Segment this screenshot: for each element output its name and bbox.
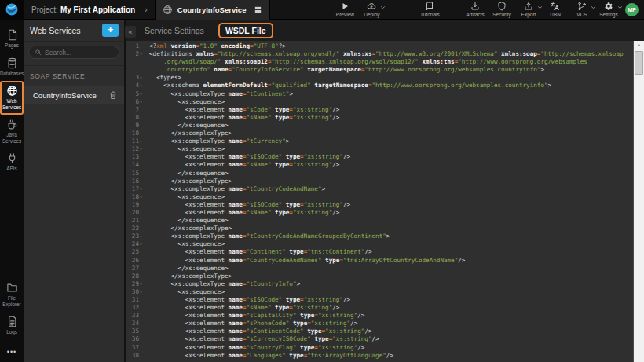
header-action-button[interactable]: Artifacts <box>462 2 488 17</box>
sidebar-item[interactable]: Java Services <box>0 115 24 148</box>
code-row[interactable]: 5- <xs:complexType name="tContinent"> <box>126 90 633 98</box>
code-row[interactable]: 16 </xs:complexType> <box>126 177 633 185</box>
code-row[interactable]: 31 <xs:element name="sISOCode" type="xs:… <box>126 296 633 304</box>
user-avatar[interactable]: MP <box>625 3 639 16</box>
line-number-gutter[interactable]: 35 <box>126 327 145 335</box>
more-options-icon[interactable]: ••• <box>7 340 16 362</box>
fold-marker[interactable]: - <box>139 232 143 240</box>
code-row[interactable]: 17- <xs:complexType name="tCountryCodeAn… <box>126 185 633 193</box>
line-number-gutter[interactable]: 16 <box>126 177 145 185</box>
sidebar-item[interactable]: Logs <box>0 312 24 340</box>
line-number-gutter[interactable]: 30- <box>126 288 145 296</box>
fold-marker[interactable]: - <box>139 137 143 145</box>
trash-icon[interactable] <box>108 90 118 100</box>
line-number-gutter[interactable]: 5- <box>126 90 145 98</box>
code-row[interactable]: 32 <xs:element name="sName" type="xs:str… <box>126 304 633 312</box>
code-row[interactable]: 6- <xs:sequence> <box>126 98 633 106</box>
panel-collapse-button[interactable]: « <box>125 26 136 38</box>
line-number-gutter[interactable]: 19 <box>126 201 145 209</box>
editor-scrollbar[interactable]: ▲ <box>633 41 644 362</box>
line-number-gutter[interactable]: 38 <box>126 352 145 360</box>
fold-marker[interactable]: - <box>139 288 143 296</box>
code-row[interactable]: 7 <xs:element name="sCode" type="xs:stri… <box>126 106 633 114</box>
code-row[interactable]: 33 <xs:element name="sCapitalCity" type=… <box>126 312 633 320</box>
line-number-gutter[interactable]: 37 <box>126 344 145 352</box>
wsdl-code-editor[interactable]: 1<?xml version="1.0" encoding="UTF-8"?>2… <box>126 41 644 362</box>
line-number-gutter[interactable]: 27 <box>126 265 145 272</box>
line-number-gutter[interactable]: 36 <box>126 335 145 343</box>
code-row[interactable]: 10 </xs:complexType> <box>126 130 633 137</box>
code-row[interactable]: 19 <xs:element name="sISOCode" type="xs:… <box>126 201 633 209</box>
code-row[interactable]: 24- <xs:sequence> <box>126 240 633 248</box>
line-number-gutter[interactable]: 26 <box>126 257 145 265</box>
code-row[interactable]: .countryinfo" name="CountryInfoService" … <box>126 66 633 74</box>
line-number-gutter[interactable]: 34 <box>126 320 145 327</box>
fold-marker[interactable]: - <box>139 74 143 82</box>
code-row[interactable]: 9 </xs:sequence> <box>126 122 633 130</box>
line-number-gutter[interactable]: 21 <box>126 217 145 225</box>
line-number-gutter[interactable]: 24- <box>126 240 145 248</box>
editor-tab[interactable]: WSDL File <box>220 24 272 37</box>
scrollbar-up-arrow-icon[interactable]: ▲ <box>634 41 644 49</box>
line-number-gutter[interactable]: 4- <box>126 82 145 90</box>
code-row[interactable]: 13 <xs:element name="sISOCode" type="xs:… <box>126 153 633 161</box>
line-number-gutter[interactable]: 33 <box>126 312 145 320</box>
code-row[interactable]: 3- <types> <box>126 74 633 82</box>
code-row[interactable]: 12- <xs:sequence> <box>126 145 633 153</box>
line-number-gutter[interactable]: 7 <box>126 106 145 114</box>
code-row[interactable]: 25 <xs:element name="Continent" type="tn… <box>126 248 633 256</box>
line-number-gutter[interactable]: 2- <box>126 50 145 58</box>
code-row[interactable]: 4- <xs:schema elementFormDefault="qualif… <box>126 82 633 90</box>
code-row[interactable]: 36 <xs:element name="sCurrencyISOCode" t… <box>126 335 633 343</box>
sidebar-item[interactable]: Databases <box>0 53 24 82</box>
line-number-gutter[interactable]: 3- <box>126 74 145 82</box>
app-logo[interactable] <box>0 0 24 20</box>
line-number-gutter[interactable]: 23- <box>126 232 145 240</box>
line-number-gutter[interactable]: 13 <box>126 153 145 161</box>
fold-marker[interactable]: - <box>139 193 143 201</box>
code-row[interactable]: 2-<definitions xmlns="http://schemas.xml… <box>126 50 633 58</box>
header-action-button[interactable]: Security <box>488 2 515 17</box>
line-number-gutter[interactable]: 25 <box>126 248 145 256</box>
entity-tab-countryinfoservice[interactable]: CountryInfoService <box>155 0 271 20</box>
line-number-gutter[interactable]: 20 <box>126 209 145 217</box>
header-action-button[interactable]: Preview <box>331 2 358 17</box>
line-number-gutter[interactable]: 17- <box>126 185 145 193</box>
service-name[interactable]: CountryInfoService <box>28 90 101 101</box>
code-row[interactable]: 20 <xs:element name="sName" type="xs:str… <box>126 209 633 217</box>
line-number-gutter[interactable]: 6- <box>126 98 145 106</box>
code-row[interactable]: 27 </xs:sequence> <box>126 265 633 272</box>
fold-marker[interactable]: - <box>139 185 143 193</box>
sidebar-item[interactable]: Web Services <box>0 81 24 115</box>
line-number-gutter[interactable] <box>126 66 145 74</box>
code-row[interactable]: .org/wsdl/soap/" xmlns:soap12="http://sc… <box>126 58 633 66</box>
code-row[interactable]: 14 <xs:element name="sName" type="xs:str… <box>126 161 633 169</box>
header-action-button[interactable]: Tutorials <box>416 2 443 17</box>
code-lines[interactable]: 1<?xml version="1.0" encoding="UTF-8"?>2… <box>126 42 633 362</box>
fold-marker[interactable]: - <box>139 50 143 58</box>
sidebar-item[interactable]: APIs <box>0 148 24 177</box>
code-row[interactable]: 37 <xs:element name="sCountryFlag" type=… <box>126 344 633 352</box>
line-number-gutter[interactable] <box>126 58 145 66</box>
code-row[interactable]: 38 <xs:element name="Languages" type="tn… <box>126 352 633 360</box>
code-row[interactable]: 1<?xml version="1.0" encoding="UTF-8"?> <box>126 42 633 50</box>
line-number-gutter[interactable]: 12- <box>126 145 145 153</box>
chevron-down-icon[interactable] <box>380 5 386 10</box>
line-number-gutter[interactable]: 9 <box>126 122 145 130</box>
code-row[interactable]: 30- <xs:sequence> <box>126 288 633 296</box>
code-row[interactable]: 28 </xs:complexType> <box>126 272 633 280</box>
header-action-button[interactable]: I18N <box>542 2 569 17</box>
line-number-gutter[interactable]: 10 <box>126 130 145 137</box>
code-row[interactable]: 11- <xs:complexType name="tCurrency"> <box>126 137 633 145</box>
sidebar-item[interactable]: File Explorer <box>0 278 24 312</box>
scrollbar-thumb[interactable] <box>635 51 643 75</box>
line-number-gutter[interactable]: 15 <box>126 170 145 177</box>
chevron-down-icon[interactable] <box>617 5 623 10</box>
add-service-button[interactable]: + <box>102 24 119 37</box>
sidebar-item[interactable]: Pages <box>0 25 24 53</box>
editor-tab[interactable]: Service Settings <box>145 26 204 35</box>
header-action-button[interactable]: Deploy <box>358 2 385 17</box>
code-row[interactable]: 18- <xs:sequence> <box>126 193 633 201</box>
line-number-gutter[interactable]: 31 <box>126 296 145 304</box>
line-number-gutter[interactable]: 11- <box>126 137 145 145</box>
